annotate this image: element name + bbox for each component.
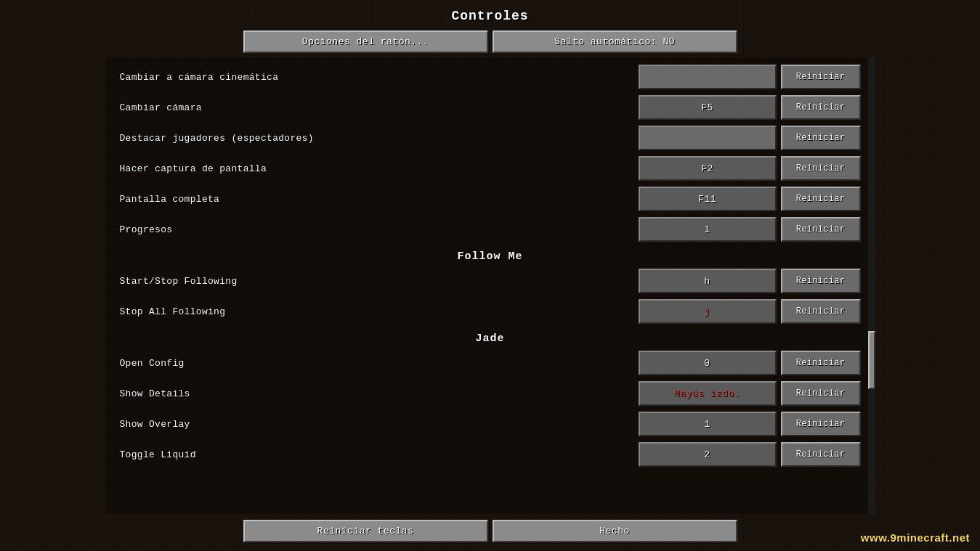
keybind-label: Start/Stop Following [120, 276, 639, 287]
keybind-row: Stop All FollowingjReiniciar [105, 296, 875, 327]
keybind-row: Cambiar cámaraF5Reiniciar [105, 92, 875, 123]
keybind-label: Toggle Liquid [120, 449, 639, 460]
keybind-label: Cambiar a cámara cinemática [120, 72, 639, 83]
done-button[interactable]: Hecho [493, 520, 737, 542]
keybind-key-button[interactable]: F2 [639, 156, 777, 181]
keybind-row: Show DetailsMayús izdo.Reiniciar [105, 378, 875, 409]
keybind-row: Destacar jugadores (espectadores)Reinici… [105, 123, 875, 153]
reset-button[interactable]: Reiniciar [781, 126, 861, 150]
scroll-thumb[interactable] [868, 331, 875, 389]
section-header-follow_me: Follow Me [105, 245, 875, 266]
reset-button[interactable]: Reiniciar [781, 442, 861, 467]
keybind-key-button[interactable]: F11 [639, 187, 777, 211]
keybind-key-button[interactable]: 0 [639, 351, 777, 375]
keybind-label: Pantalla completa [120, 194, 639, 205]
keybind-row: Start/Stop FollowinghReiniciar [105, 266, 875, 296]
keybind-row: Open Config0Reiniciar [105, 348, 875, 378]
keybind-label: Show Overlay [120, 419, 639, 430]
reset-button[interactable]: Reiniciar [781, 95, 861, 120]
keybind-label: Destacar jugadores (espectadores) [120, 133, 639, 144]
bottom-buttons: Reiniciar teclas Hecho [243, 520, 737, 542]
keybind-key-button[interactable]: h [639, 269, 777, 293]
keybind-key-button[interactable]: 2 [639, 442, 777, 467]
top-buttons: Opciones del ratón... Salto automático: … [243, 30, 737, 53]
mouse-options-button[interactable]: Opciones del ratón... [243, 30, 488, 53]
keybind-key-button[interactable]: Mayús izdo. [639, 381, 777, 406]
keybind-row: Hacer captura de pantallaF2Reiniciar [105, 153, 875, 184]
keybind-key-button[interactable]: l [639, 217, 777, 242]
reset-button[interactable]: Reiniciar [781, 381, 861, 406]
keybind-row: Cambiar a cámara cinemáticaReiniciar [105, 62, 875, 92]
reset-button[interactable]: Reiniciar [781, 299, 861, 324]
keybind-key-button[interactable]: 1 [639, 412, 777, 436]
controls-panel: Controles Opciones del ratón... Salto au… [0, 0, 980, 551]
keybind-row: Pantalla completaF11Reiniciar [105, 184, 875, 214]
watermark: www.9minecraft.net [861, 531, 970, 544]
reset-keys-button[interactable]: Reiniciar teclas [243, 520, 488, 542]
keybind-row: Show Overlay1Reiniciar [105, 409, 875, 439]
keybind-key-button[interactable]: j [639, 299, 777, 324]
keybind-label: Progresos [120, 224, 639, 235]
reset-button[interactable]: Reiniciar [781, 187, 861, 211]
keybind-label: Open Config [120, 358, 639, 369]
keybind-key-button[interactable]: F5 [639, 95, 777, 120]
keybind-label: Stop All Following [120, 306, 639, 317]
keybind-row: Toggle Liquid2Reiniciar [105, 439, 875, 470]
keybind-key-button[interactable] [639, 65, 777, 89]
keybind-label: Cambiar cámara [120, 102, 639, 113]
reset-button[interactable]: Reiniciar [781, 412, 861, 436]
reset-button[interactable]: Reiniciar [781, 217, 861, 242]
auto-jump-button[interactable]: Salto automático: NO [493, 30, 737, 53]
reset-button[interactable]: Reiniciar [781, 269, 861, 293]
reset-button[interactable]: Reiniciar [781, 351, 861, 375]
panel-title: Controles [451, 9, 528, 23]
keybinds-scroll-area: Cambiar a cámara cinemáticaReiniciarCamb… [105, 57, 875, 514]
section-header-jade: Jade [105, 327, 875, 348]
keybind-key-button[interactable] [639, 126, 777, 150]
reset-button[interactable]: Reiniciar [781, 65, 861, 89]
keybind-row: ProgresoslReiniciar [105, 214, 875, 245]
keybind-label: Show Details [120, 388, 639, 399]
reset-button[interactable]: Reiniciar [781, 156, 861, 181]
keybind-label: Hacer captura de pantalla [120, 163, 639, 174]
scroll-track [868, 57, 875, 514]
